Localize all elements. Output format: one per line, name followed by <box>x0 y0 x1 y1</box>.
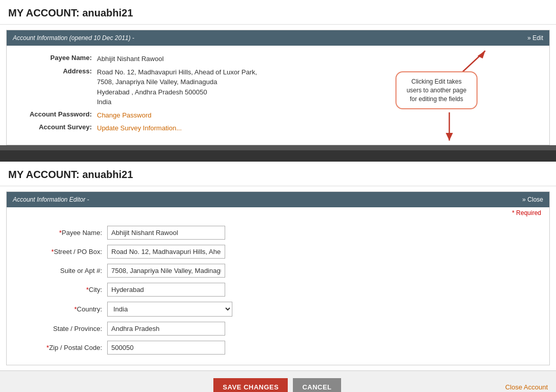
bottom-page-section: MY ACCOUNT: anuabhi21 Account Informatio… <box>0 162 556 393</box>
password-row: Account Password: Change Password <box>7 110 549 121</box>
account-info-header-title: Account Information (opened 10 Dec 2011)… <box>13 34 134 42</box>
city-input[interactable] <box>107 283 225 297</box>
city-form-label-text: City: <box>89 286 102 293</box>
street-form-row: *Street / PO Box: <box>7 245 549 259</box>
zip-form-row: *Zip / Postal Code: <box>7 341 549 355</box>
password-value: Change Password <box>97 110 151 121</box>
address-line-3: Hyderabad , Andhra Pradesh 500050 <box>97 87 257 97</box>
payee-name-label: Payee Name: <box>15 54 97 64</box>
payee-name-value: Abhijit Nishant Rawool <box>97 54 164 64</box>
cancel-button[interactable]: CANCEL <box>293 378 341 393</box>
suite-input[interactable] <box>107 264 225 278</box>
suite-form-row: Suite or Apt #: <box>7 264 549 278</box>
payee-name-input[interactable] <box>107 226 225 240</box>
address-line-1: Road No. 12, Madhavapuri Hills, Ahead of… <box>97 67 257 77</box>
survey-label: Account Survey: <box>15 123 97 133</box>
close-link[interactable]: » Close <box>522 196 543 203</box>
footer-bar: SAVE CHANGES CANCEL Close Account <box>0 370 556 393</box>
address-line-4: India <box>97 97 257 107</box>
top-page-section: MY ACCOUNT: anuabhi21 Account Informatio… <box>0 0 556 145</box>
edit-action[interactable]: » Edit <box>527 34 543 42</box>
close-account-link[interactable]: Close Account <box>505 383 548 391</box>
state-form-label-text: State / Province: <box>53 325 102 332</box>
update-survey-link[interactable]: Update Survey Information... <box>97 124 182 132</box>
state-form-row: State / Province: <box>7 322 549 336</box>
payee-name-form-label-text: Payee Name: <box>62 229 102 237</box>
account-info-section: Account Information (opened 10 Dec 2011)… <box>6 30 550 145</box>
edit-link[interactable]: » Edit <box>527 34 543 42</box>
save-changes-button[interactable]: SAVE CHANGES <box>213 378 288 393</box>
country-form-label: *Country: <box>15 305 107 313</box>
suite-form-label: Suite or Apt #: <box>15 267 107 275</box>
account-info-header: Account Information (opened 10 Dec 2011)… <box>7 30 549 46</box>
country-form-label-text: Country: <box>77 305 102 313</box>
account-info-table: Payee Name: Abhijit Nishant Rawool Addre… <box>7 46 549 145</box>
suite-form-label-text: Suite or Apt #: <box>60 267 102 275</box>
zip-input[interactable] <box>107 341 225 355</box>
required-note: * Required <box>7 207 549 219</box>
payee-name-form-row: *Payee Name: <box>7 226 549 240</box>
survey-value: Update Survey Information... <box>97 123 182 133</box>
page-title-text-2: MY ACCOUNT: anuabhi21 <box>8 169 133 180</box>
zip-form-label: *Zip / Postal Code: <box>15 344 107 351</box>
address-label: Address: <box>15 67 97 107</box>
country-form-row: *Country: India United States United Kin… <box>7 302 549 317</box>
city-form-row: *City: <box>7 283 549 297</box>
zip-form-label-text: Zip / Postal Code: <box>49 344 102 351</box>
survey-row: Account Survey: Update Survey Informatio… <box>7 123 549 133</box>
editor-header: Account Information Editor - » Close <box>7 192 549 207</box>
payee-name-row: Payee Name: Abhijit Nishant Rawool <box>7 54 549 64</box>
page-title-2: MY ACCOUNT: anuabhi21 <box>0 162 556 186</box>
payee-name-form-label: *Payee Name: <box>15 229 107 237</box>
address-value: Road No. 12, Madhavapuri Hills, Ahead of… <box>97 67 257 107</box>
street-input[interactable] <box>107 245 225 259</box>
close-action[interactable]: » Close <box>522 196 543 203</box>
country-select[interactable]: India United States United Kingdom Austr… <box>107 302 232 317</box>
street-form-label-text: Street / PO Box: <box>54 248 102 256</box>
editor-form: *Payee Name: *Street / PO Box: Suite or … <box>7 219 549 365</box>
page-title-text-1: MY ACCOUNT: anuabhi21 <box>8 7 133 18</box>
editor-header-title: Account Information Editor - <box>13 196 89 203</box>
page-title-1: MY ACCOUNT: anuabhi21 <box>0 0 556 25</box>
city-form-label: *City: <box>15 286 107 293</box>
password-label: Account Password: <box>15 110 97 121</box>
address-line-2: 7508, Janapriya Nile Valley, Madinaguda <box>97 77 257 87</box>
state-input[interactable] <box>107 322 225 336</box>
change-password-link[interactable]: Change Password <box>97 111 151 119</box>
footer-left: SAVE CHANGES CANCEL <box>8 378 505 393</box>
address-row: Address: Road No. 12, Madhavapuri Hills,… <box>7 67 549 107</box>
section-divider <box>0 150 556 162</box>
street-form-label: *Street / PO Box: <box>15 248 107 256</box>
editor-section: Account Information Editor - » Close * R… <box>6 191 550 365</box>
state-form-label: State / Province: <box>15 325 107 332</box>
footer-right: Close Account <box>505 383 548 391</box>
